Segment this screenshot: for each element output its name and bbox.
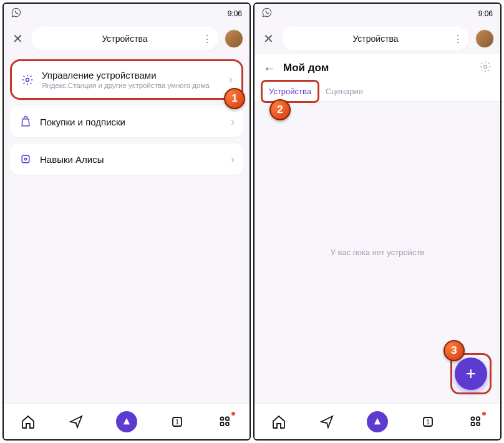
- card-title: Покупки и подписки: [40, 117, 223, 127]
- screen-devices-menu: 9:06 ✕ Устройства ⋮ Управление устройств…: [2, 2, 251, 441]
- step-badge-3: 3: [443, 340, 465, 361]
- svg-rect-6: [226, 417, 229, 420]
- screen-my-home: 9:06 ✕ Устройства ⋮ ← Мой дом Устройства…: [253, 2, 502, 441]
- more-icon[interactable]: ⋮: [202, 33, 211, 45]
- step-badge-2: 2: [269, 99, 291, 120]
- notification-dot: [482, 412, 486, 416]
- tab-scenarios[interactable]: Сценарии: [319, 82, 369, 101]
- status-bar: 9:06: [4, 4, 250, 23]
- chevron-right-icon: ›: [231, 115, 235, 129]
- nav-alice-button[interactable]: [367, 411, 388, 432]
- fab-highlight: + 3: [450, 353, 492, 394]
- alice-skills-item[interactable]: Навыки Алисы ›: [10, 144, 243, 175]
- svg-rect-1: [22, 155, 29, 163]
- nav-services-icon[interactable]: [216, 413, 234, 431]
- svg-point-12: [472, 417, 475, 420]
- tabs: Устройства Сценарии 2: [254, 82, 500, 102]
- subheader: ← Мой дом: [254, 54, 500, 82]
- nav-send-icon[interactable]: [318, 413, 336, 431]
- nav-home-icon[interactable]: [19, 413, 37, 431]
- close-icon[interactable]: ✕: [10, 31, 25, 46]
- svg-point-15: [477, 422, 480, 426]
- step-badge-1: 1: [224, 88, 245, 109]
- nav-tabs-icon[interactable]: 1: [419, 413, 437, 431]
- svg-text:1: 1: [175, 419, 179, 426]
- nav-services-icon[interactable]: [467, 413, 485, 431]
- bag-icon: [19, 115, 32, 129]
- add-device-button[interactable]: +: [455, 358, 487, 390]
- nav-tabs-icon[interactable]: 1: [168, 413, 186, 431]
- status-bar: 9:06: [254, 4, 500, 23]
- card-title: Навыки Алисы: [40, 154, 223, 165]
- manage-devices-item[interactable]: Управление устройствами Яндекс.Станция и…: [10, 59, 243, 100]
- card-title: Управление устройствами: [42, 70, 221, 80]
- bottom-nav: 1: [4, 403, 250, 439]
- svg-point-5: [221, 417, 224, 420]
- page-title: Устройства: [102, 34, 147, 44]
- back-icon[interactable]: ←: [263, 61, 276, 75]
- nav-send-icon[interactable]: [67, 413, 85, 431]
- page-header: ✕ Устройства ⋮: [4, 23, 250, 54]
- svg-point-8: [226, 422, 229, 426]
- header-pill[interactable]: Устройства ⋮: [31, 27, 218, 51]
- notification-dot: [231, 412, 235, 416]
- svg-point-9: [484, 66, 487, 69]
- chevron-right-icon: ›: [229, 73, 233, 86]
- header-pill[interactable]: Устройства ⋮: [282, 27, 469, 51]
- avatar[interactable]: [225, 29, 243, 48]
- home-title: Мой дом: [283, 62, 472, 74]
- svg-text:1: 1: [426, 419, 430, 426]
- nav-alice-button[interactable]: [116, 411, 137, 432]
- clock: 9:06: [478, 9, 493, 18]
- more-icon[interactable]: ⋮: [453, 33, 462, 45]
- svg-point-2: [24, 158, 26, 160]
- svg-rect-14: [472, 422, 475, 426]
- close-icon[interactable]: ✕: [261, 31, 276, 46]
- whatsapp-icon: [262, 7, 272, 19]
- settings-icon[interactable]: [479, 61, 492, 75]
- skills-icon: [19, 152, 32, 166]
- purchases-item[interactable]: Покупки и подписки ›: [10, 106, 243, 137]
- bottom-nav: 1: [254, 403, 500, 439]
- svg-rect-7: [221, 422, 224, 426]
- tab-devices[interactable]: Устройства: [261, 80, 319, 103]
- gear-icon: [21, 73, 34, 87]
- card-subtitle: Яндекс.Станция и другие устройства умног…: [42, 82, 221, 89]
- avatar[interactable]: [475, 29, 494, 48]
- svg-rect-13: [477, 417, 480, 420]
- page-header: ✕ Устройства ⋮: [254, 23, 500, 54]
- menu-list: Управление устройствами Яндекс.Станция и…: [4, 54, 250, 180]
- whatsapp-icon: [11, 7, 21, 19]
- page-title: Устройства: [352, 34, 398, 44]
- clock: 9:06: [228, 9, 242, 18]
- chevron-right-icon: ›: [231, 153, 235, 166]
- nav-home-icon[interactable]: [270, 413, 288, 431]
- svg-point-0: [26, 78, 29, 81]
